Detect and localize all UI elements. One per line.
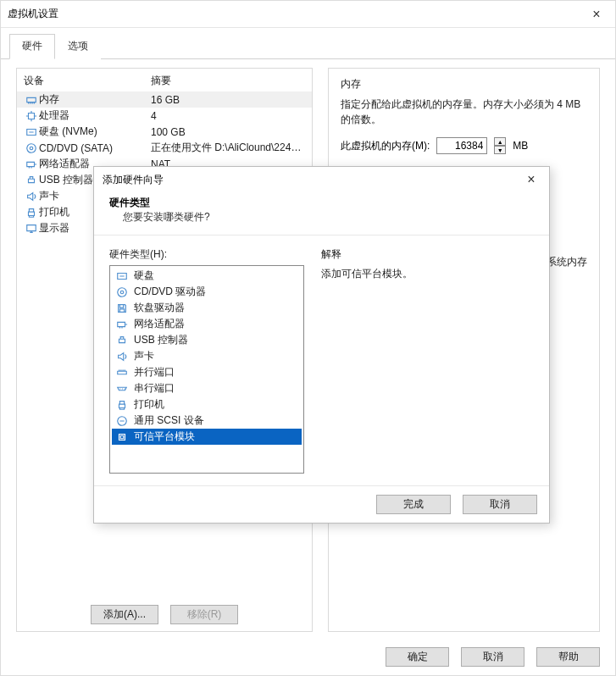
memory-desc: 指定分配给此虚拟机的内存量。内存大小必须为 4 MB 的倍数。 (341, 97, 587, 127)
memory-spinner[interactable]: ▲ ▼ (494, 137, 506, 154)
memory-heading: 内存 (341, 77, 587, 91)
hardware-type-label: 网络适配器 (134, 317, 185, 331)
device-row[interactable]: 内存16 GB (17, 91, 312, 108)
hardware-type-item[interactable]: 并行端口 (112, 364, 302, 380)
disc-icon (24, 142, 39, 154)
wizard-body: 硬件类型(H): 硬盘CD/DVD 驱动器软盘驱动器网络适配器USB 控制器声卡… (94, 235, 549, 485)
display-icon (24, 223, 39, 235)
window-title: 虚拟机设置 (8, 7, 58, 21)
printer-icon (115, 399, 129, 411)
hardware-type-label: 打印机 (134, 397, 164, 412)
floppy-icon (115, 302, 129, 314)
device-row[interactable]: 硬盘 (NVMe)100 GB (17, 124, 312, 140)
hardware-type-section: 硬件类型(H): 硬盘CD/DVD 驱动器软盘驱动器网络适配器USB 控制器声卡… (109, 247, 304, 474)
printer-icon (24, 207, 39, 219)
device-label: 处理器 (39, 108, 151, 123)
memory-field-label: 此虚拟机的内存(M): (341, 139, 430, 153)
devices-header: 设备 摘要 (17, 72, 312, 91)
hardware-type-item[interactable]: 打印机 (112, 396, 302, 413)
memory-icon (24, 94, 39, 106)
hardware-type-item[interactable]: 通用 SCSI 设备 (112, 413, 302, 429)
hardware-type-label: 软盘驱动器 (134, 301, 185, 315)
title-bar: 虚拟机设置 × (1, 1, 615, 28)
hardware-type-label: USB 控制器 (134, 333, 188, 347)
hardware-type-item[interactable]: 软盘驱动器 (112, 300, 302, 316)
main-footer: 确定 取消 帮助 (386, 647, 600, 667)
explanation-text: 添加可信平台模块。 (321, 267, 534, 281)
hardware-type-item[interactable]: USB 控制器 (112, 332, 302, 348)
device-label: CD/DVD (SATA) (39, 142, 151, 154)
tab-hardware[interactable]: 硬件 (9, 34, 55, 59)
scsi-icon (115, 415, 129, 427)
hardware-type-label: 硬件类型(H): (109, 247, 304, 262)
add-hardware-wizard: 添加硬件向导 × 硬件类型 您要安装哪类硬件? 硬件类型(H): 硬盘CD/DV… (93, 166, 550, 524)
device-summary: 16 GB (151, 94, 307, 106)
col-device: 设备 (24, 74, 151, 88)
device-panel-buttons: 添加(A)... 移除(R) (16, 605, 313, 624)
wizard-title-bar: 添加硬件向导 × (94, 167, 549, 192)
disk-icon (24, 126, 39, 138)
sound-icon (115, 351, 129, 363)
vm-settings-window: 虚拟机设置 × 硬件 选项 设备 摘要 内存16 GB处理器4硬盘 (NVMe)… (0, 0, 616, 676)
memory-value-input[interactable] (436, 137, 487, 154)
device-label: 内存 (39, 92, 151, 107)
parallel-icon (115, 367, 129, 379)
finish-button[interactable]: 完成 (376, 495, 451, 514)
spinner-down-icon[interactable]: ▼ (494, 146, 506, 154)
hardware-type-list[interactable]: 硬盘CD/DVD 驱动器软盘驱动器网络适配器USB 控制器声卡并行端口串行端口打… (109, 265, 304, 474)
hardware-type-item[interactable]: CD/DVD 驱动器 (112, 284, 302, 300)
device-row[interactable]: 处理器4 (17, 108, 312, 124)
usb-icon (115, 335, 129, 346)
hardware-type-label: 可信平台模块 (134, 429, 195, 444)
device-label: 硬盘 (NVMe) (39, 125, 151, 139)
nic-icon (24, 158, 39, 170)
tab-options[interactable]: 选项 (55, 34, 101, 59)
spinner-up-icon[interactable]: ▲ (494, 137, 506, 146)
remove-device-button: 移除(R) (170, 605, 238, 624)
hardware-type-item[interactable]: 串行端口 (112, 380, 302, 396)
wizard-heading: 硬件类型 (109, 196, 534, 210)
close-icon: × (527, 172, 535, 187)
cpu-icon (24, 110, 39, 122)
window-close-button[interactable]: × (578, 1, 615, 28)
memory-input-row: 此虚拟机的内存(M): ▲ ▼ MB (341, 137, 587, 154)
sound-icon (24, 191, 39, 202)
disk-icon (115, 270, 129, 282)
help-button[interactable]: 帮助 (536, 647, 600, 667)
wizard-subheading: 您要安装哪类硬件? (109, 210, 534, 224)
hardware-type-item[interactable]: 网络适配器 (112, 316, 302, 332)
hardware-type-label: 硬盘 (134, 269, 154, 283)
nic-icon (115, 319, 129, 330)
wizard-close-button[interactable]: × (513, 167, 549, 192)
ok-button[interactable]: 确定 (386, 647, 449, 667)
col-summary: 摘要 (151, 74, 307, 88)
device-summary: 100 GB (151, 126, 307, 138)
wizard-cancel-button[interactable]: 取消 (463, 495, 537, 514)
device-row[interactable]: CD/DVD (SATA)正在使用文件 D:\AliClound\224… (17, 140, 312, 156)
device-summary: 正在使用文件 D:\AliClound\224… (151, 141, 307, 155)
hardware-type-label: 串行端口 (134, 381, 175, 396)
hardware-type-label: CD/DVD 驱动器 (134, 285, 206, 299)
usb-icon (24, 175, 39, 186)
memory-unit: MB (513, 140, 528, 152)
serial-icon (115, 383, 129, 395)
hardware-type-item[interactable]: 硬盘 (112, 268, 302, 284)
add-device-button[interactable]: 添加(A)... (91, 605, 158, 624)
explanation-label: 解释 (321, 247, 534, 262)
hardware-type-label: 并行端口 (134, 365, 175, 380)
close-icon: × (592, 7, 600, 22)
wizard-header: 硬件类型 您要安装哪类硬件? (94, 192, 549, 235)
tabs: 硬件 选项 (1, 28, 615, 59)
tpm-icon (115, 431, 129, 443)
wizard-title: 添加硬件向导 (103, 173, 164, 187)
wizard-footer: 完成 取消 (94, 485, 549, 523)
explanation-section: 解释 添加可信平台模块。 (321, 247, 534, 474)
device-summary: 4 (151, 110, 307, 122)
hardware-type-label: 声卡 (134, 349, 154, 363)
cancel-button[interactable]: 取消 (461, 647, 524, 667)
hardware-type-label: 通用 SCSI 设备 (134, 413, 204, 428)
hardware-type-item[interactable]: 声卡 (112, 348, 302, 364)
hardware-type-item[interactable]: 可信平台模块 (112, 429, 302, 445)
disc-icon (115, 286, 129, 298)
